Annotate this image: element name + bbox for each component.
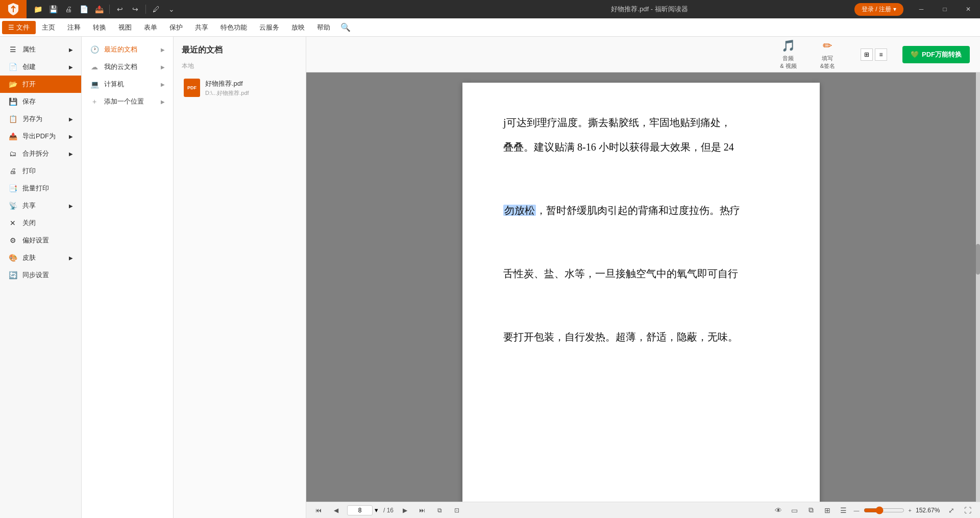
open-icon: 📂 (8, 80, 17, 88)
toolbar-icons: 📁 💾 🖨 📄 📤 ↩ ↪ 🖊 ⌄ (27, 2, 445, 16)
sidebar-item-create[interactable]: 📄 创建 ▶ (0, 58, 81, 76)
export-icon[interactable]: 📤 (92, 2, 106, 16)
pdf-scrollbar-thumb[interactable] (976, 244, 980, 275)
pdf-convert-button[interactable]: 💚 PDF万能转换 (902, 46, 970, 63)
menu-special[interactable]: 特色功能 (214, 21, 253, 34)
view-mode-icons: ⊞ ≡ (861, 48, 887, 61)
open-folder-icon[interactable]: 📁 (31, 2, 45, 16)
menu-view[interactable]: 视图 (112, 21, 138, 34)
fit-width-icon[interactable]: ⤢ (945, 504, 958, 516)
separator-1 (109, 5, 110, 14)
redo-icon[interactable]: ↪ (128, 2, 142, 16)
stamp-icon[interactable]: 🖊 (149, 2, 163, 16)
sidebar-item-close[interactable]: ✕ 关闭 (0, 214, 81, 232)
minimize-button[interactable]: ─ (910, 0, 933, 18)
sidebar-item-merge[interactable]: 🗂 合并拆分 ▶ (0, 145, 81, 162)
submenu-computer[interactable]: 💻 计算机 ▶ (82, 76, 173, 93)
menu-file-icon: ☰ (8, 23, 14, 31)
open-file-icon[interactable]: 📄 (77, 2, 91, 16)
sidebar-item-batch-print[interactable]: 📑 批量打印 (0, 180, 81, 197)
recent-panel: 最近的文档 本地 PDF 好物推荐.pdf D:\...好物推荐.pdf (174, 37, 306, 518)
menu-protect[interactable]: 保护 (163, 21, 189, 34)
zoom-controls: 👁 ▭ ⧉ ⊞ ☰ — + 152.67% ⤢ ⛶ (772, 504, 974, 516)
menu-comment[interactable]: 注释 (61, 21, 87, 34)
copy-page-button[interactable]: ⧉ (433, 504, 446, 516)
close-sidebar-icon: ✕ (8, 219, 17, 227)
single-page-icon[interactable]: ▭ (789, 504, 801, 516)
menu-form[interactable]: 表单 (138, 21, 163, 34)
sidebar-item-export[interactable]: 📤 导出PDF为 ▶ (0, 128, 81, 145)
maximize-button[interactable]: □ (933, 0, 957, 18)
close-button[interactable]: ✕ (957, 0, 980, 18)
sidebar-item-sync[interactable]: 🔄 同步设置 (0, 266, 81, 284)
recent-group-label: 本地 (182, 62, 298, 70)
save-sidebar-icon: 💾 (8, 97, 17, 106)
pdf-view[interactable]: j可达到理疗温度。撕去黏胶纸，牢固地贴到痛处， 叠叠。建议贴满 8-16 小时以… (306, 72, 976, 502)
prev-page-button[interactable]: ◀ (330, 504, 342, 516)
main-content: ☰ 属性 ▶ 📄 创建 ▶ 📂 打开 💾 保存 📋 另存为 ▶ 📤 导出PDF为… (0, 37, 980, 518)
scroll-mode-icon[interactable]: ⊞ (821, 504, 834, 516)
submenu-cloud[interactable]: ☁ 我的云文档 ▶ (82, 58, 173, 76)
submenu-panel: 🕐 最近的文档 ▶ ☁ 我的云文档 ▶ 💻 计算机 ▶ + 添加一个位置 ▶ (82, 37, 174, 518)
menu-convert[interactable]: 转换 (87, 21, 112, 34)
menu-home[interactable]: 主页 (36, 21, 61, 34)
sidebar-item-share[interactable]: 📡 共享 ▶ (0, 197, 81, 214)
zoom-slider[interactable] (864, 506, 904, 514)
sidebar-item-skin[interactable]: 🎨 皮肤 ▶ (0, 249, 81, 266)
login-label: 登录 / 注册 (862, 5, 891, 14)
search-icon[interactable]: 🔍 (340, 22, 351, 32)
menu-share[interactable]: 共享 (189, 21, 214, 34)
cloud-icon: ☁ (90, 63, 99, 71)
computer-icon: 💻 (90, 80, 99, 88)
sidebar: ☰ 属性 ▶ 📄 创建 ▶ 📂 打开 💾 保存 📋 另存为 ▶ 📤 导出PDF为… (0, 37, 82, 518)
page-dropdown-icon[interactable]: ▾ (375, 506, 378, 514)
zoom-out-label: — (854, 507, 860, 513)
audio-video-button[interactable]: 🎵 音频& 视频 (776, 37, 800, 71)
first-page-button[interactable]: ⏮ (312, 504, 325, 516)
pdf-line-1: j可达到理疗温度。撕去黏胶纸，牢固地贴到痛处， (503, 113, 779, 132)
create-icon: 📄 (8, 63, 17, 71)
skin-arrow-icon: ▶ (69, 255, 73, 261)
layout-button[interactable]: ⊡ (451, 504, 463, 516)
pdf-line-3: 勿放松，暂时舒缓肌肉引起的背痛和过度拉伤。热疗 (503, 201, 779, 219)
zoom-level: 152.67% (916, 507, 941, 514)
audio-video-label: 音频& 视频 (780, 55, 796, 69)
menu-file[interactable]: ☰ 文件 (2, 21, 36, 34)
fill-sign-icon: ✏ (823, 39, 832, 53)
sidebar-item-print[interactable]: 🖨 打印 (0, 162, 81, 180)
pdf-line-5: 要打开包装，自行发热。超薄，舒适，隐蔽，无味。 (503, 328, 779, 346)
sidebar-item-properties[interactable]: ☰ 属性 ▶ (0, 41, 81, 58)
file-name: 好物推荐.pdf (205, 79, 249, 88)
pdf-line-2: 叠叠。建议贴满 8-16 小时以获得最大效果，但是 24 (503, 138, 779, 156)
sidebar-item-preferences[interactable]: ⚙ 偏好设置 (0, 232, 81, 249)
reading-mode-icon[interactable]: ☰ (838, 504, 850, 516)
save-icon[interactable]: 💾 (46, 2, 60, 16)
next-page-button[interactable]: ▶ (399, 504, 411, 516)
share-arrow-icon: ▶ (69, 203, 73, 209)
sidebar-item-save-as[interactable]: 📋 另存为 ▶ (0, 110, 81, 128)
sidebar-item-open[interactable]: 📂 打开 (0, 76, 81, 93)
sidebar-item-save[interactable]: 💾 保存 (0, 93, 81, 110)
fill-sign-button[interactable]: ✏ 填写&签名 (816, 37, 839, 71)
submenu-add-location[interactable]: + 添加一个位置 ▶ (82, 93, 173, 110)
fullscreen-icon[interactable]: ⛶ (962, 504, 974, 516)
menu-cloud[interactable]: 云服务 (253, 21, 285, 34)
submenu-recent[interactable]: 🕐 最近的文档 ▶ (82, 41, 173, 58)
undo-icon[interactable]: ↩ (113, 2, 127, 16)
menu-slideshow[interactable]: 放映 (285, 21, 311, 34)
double-page-icon[interactable]: ⧉ (805, 504, 817, 516)
preferences-icon: ⚙ (8, 236, 17, 244)
print-icon[interactable]: 🖨 (61, 2, 76, 16)
fill-sign-label: 填写&签名 (820, 55, 835, 69)
view-mode-icon[interactable]: 👁 (772, 504, 785, 516)
menu-help[interactable]: 帮助 (311, 21, 336, 34)
list-view-icon[interactable]: ≡ (875, 48, 887, 61)
more-icon[interactable]: ⌄ (164, 2, 179, 16)
grid-view-icon[interactable]: ⊞ (861, 48, 873, 61)
last-page-button[interactable]: ⏭ (416, 504, 428, 516)
login-button[interactable]: 登录 / 注册 ▾ (854, 3, 903, 16)
pdf-scrollbar[interactable] (976, 72, 980, 502)
page-number-input[interactable] (347, 505, 373, 515)
recent-title: 最近的文档 (182, 45, 298, 56)
recent-file-item[interactable]: PDF 好物推荐.pdf D:\...好物推荐.pdf (182, 75, 298, 101)
